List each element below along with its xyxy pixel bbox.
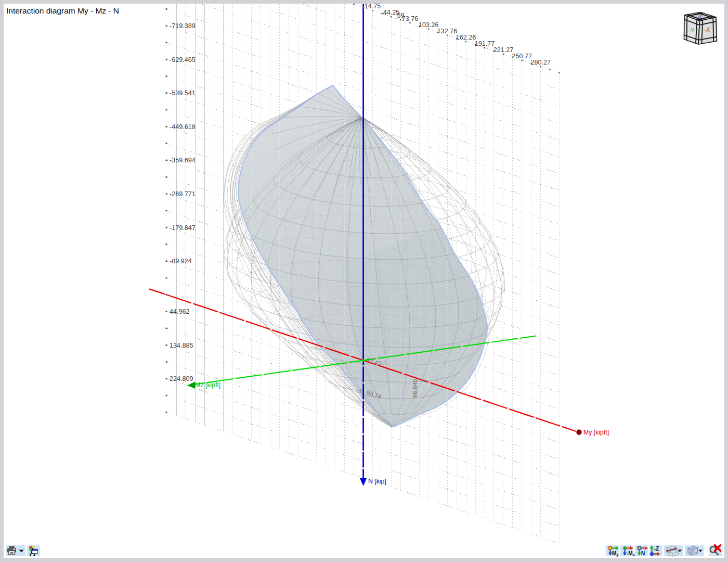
svg-text:-179.847: -179.847 bbox=[170, 224, 196, 232]
svg-text:280.27: 280.27 bbox=[530, 59, 551, 66]
svg-text:44.962: 44.962 bbox=[170, 308, 190, 315]
svg-text:-X: -X bbox=[705, 27, 710, 33]
svg-text:132.76: 132.76 bbox=[437, 28, 458, 35]
svg-text:N: N bbox=[641, 551, 645, 556]
svg-text:-629.465: -629.465 bbox=[170, 56, 196, 63]
svg-text:224.809: 224.809 bbox=[170, 375, 193, 382]
svg-text:Mz [kipft]: Mz [kipft] bbox=[195, 381, 220, 389]
svg-text:14.75: 14.75 bbox=[365, 3, 381, 10]
svg-text:73.76: 73.76 bbox=[402, 15, 419, 22]
svg-text:-Y: -Y bbox=[689, 27, 695, 33]
svg-text:-89.924: -89.924 bbox=[170, 258, 192, 265]
svg-text:-539.541: -539.541 bbox=[170, 90, 196, 97]
svg-text:191.77: 191.77 bbox=[475, 40, 495, 47]
svg-text:N [kip]: N [kip] bbox=[368, 478, 386, 485]
svg-text:My [kipft]: My [kipft] bbox=[583, 429, 609, 436]
svg-text:-719.389: -719.389 bbox=[170, 22, 196, 30]
svg-text:250.77: 250.77 bbox=[512, 53, 532, 60]
svg-text:Interaction diagram My - Mz -: Interaction diagram My - Mz - N bbox=[6, 6, 119, 15]
svg-text:-449.618: -449.618 bbox=[170, 123, 196, 131]
svg-text:-Z: -Z bbox=[654, 545, 659, 552]
svg-text:221.27: 221.27 bbox=[493, 46, 514, 54]
svg-text:103.26: 103.26 bbox=[419, 21, 439, 29]
svg-text:-359.694: -359.694 bbox=[170, 157, 196, 164]
svg-text:-269.771: -269.771 bbox=[170, 190, 196, 198]
svg-text:162.26: 162.26 bbox=[456, 34, 476, 41]
svg-text:134.885: 134.885 bbox=[170, 342, 193, 349]
svg-text:86.845: 86.845 bbox=[411, 379, 419, 398]
